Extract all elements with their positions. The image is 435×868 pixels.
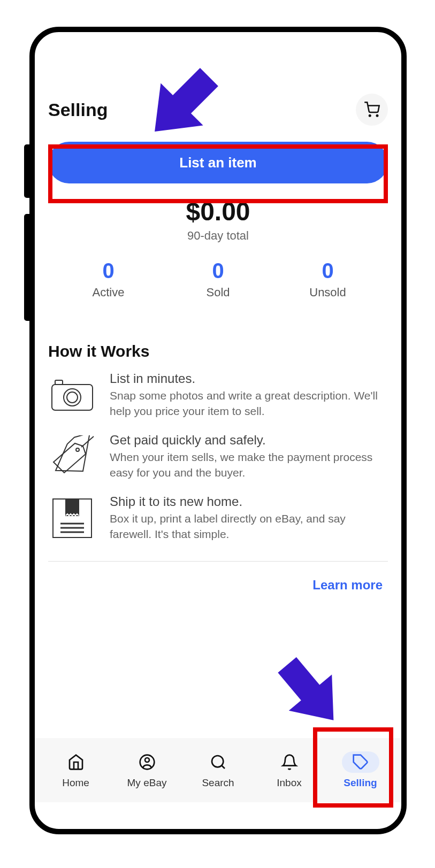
- stat-active[interactable]: 0 Active: [54, 259, 163, 299]
- divider: [48, 561, 388, 562]
- tag-icon: [352, 754, 369, 771]
- box-icon: [48, 494, 96, 542]
- svg-point-1: [369, 115, 371, 117]
- how-item: Ship it to its new home. Box it up, prin…: [48, 494, 388, 542]
- nav-my-ebay[interactable]: My eBay: [111, 751, 182, 789]
- how-item-heading: List in minutes.: [110, 371, 388, 386]
- phone-frame: Selling List an item $0.00 90-day total …: [29, 27, 407, 834]
- how-it-works-title: How it Works: [48, 342, 388, 360]
- header: Selling: [48, 45, 388, 142]
- summary-block: $0.00 90-day total: [48, 197, 388, 243]
- how-item-body: Box it up, print a label directly on eBa…: [110, 511, 388, 542]
- svg-marker-14: [270, 652, 350, 733]
- tag-icon: [48, 433, 96, 481]
- list-item-button-label: List an item: [179, 155, 256, 171]
- svg-point-9: [76, 448, 79, 451]
- nav-label: Home: [62, 777, 89, 789]
- how-item-body: Snap some photos and write a great descr…: [110, 388, 388, 419]
- bell-icon: [281, 754, 298, 771]
- svg-point-5: [64, 389, 81, 406]
- svg-point-17: [212, 756, 223, 767]
- stat-label: Active: [54, 286, 163, 299]
- svg-marker-7: [54, 443, 86, 473]
- phone-volume-button: [24, 214, 29, 321]
- stat-sold[interactable]: 0 Sold: [163, 259, 273, 299]
- camera-icon: [48, 371, 96, 419]
- nav-search[interactable]: Search: [182, 751, 254, 789]
- nav-label: Selling: [344, 777, 377, 789]
- summary-period: 90-day total: [48, 229, 388, 243]
- how-item-body: When your item sells, we make the paymen…: [110, 449, 388, 481]
- home-icon: [67, 754, 85, 771]
- how-item-heading: Get paid quickly and safely.: [110, 433, 388, 448]
- how-item: Get paid quickly and safely. When your i…: [48, 433, 388, 481]
- svg-line-18: [222, 765, 225, 769]
- nav-selling[interactable]: Selling: [325, 751, 396, 789]
- nav-label: Search: [202, 777, 234, 789]
- svg-rect-4: [55, 380, 63, 385]
- how-item-text: Ship it to its new home. Box it up, prin…: [110, 494, 388, 542]
- screen: Selling List an item $0.00 90-day total …: [35, 32, 401, 829]
- stat-label: Sold: [163, 286, 273, 299]
- page-title: Selling: [48, 99, 108, 120]
- search-icon: [210, 754, 227, 771]
- stat-count: 0: [54, 259, 163, 283]
- annotation-arrow-icon: [270, 652, 350, 733]
- user-circle-icon: [139, 754, 156, 771]
- cart-button[interactable]: [356, 94, 388, 126]
- bottom-nav: Home My eBay: [35, 738, 401, 802]
- svg-point-6: [67, 392, 78, 403]
- stat-count: 0: [273, 259, 383, 283]
- svg-point-16: [145, 758, 149, 762]
- how-item-heading: Ship it to its new home.: [110, 494, 388, 509]
- nav-inbox[interactable]: Inbox: [254, 751, 325, 789]
- nav-label: Inbox: [277, 777, 301, 789]
- svg-point-2: [377, 115, 378, 117]
- nav-label: My eBay: [127, 777, 167, 789]
- learn-more-link[interactable]: Learn more: [48, 578, 388, 593]
- stat-count: 0: [163, 259, 273, 283]
- phone-side-button: [24, 144, 29, 198]
- how-item-text: Get paid quickly and safely. When your i…: [110, 433, 388, 481]
- stat-unsold[interactable]: 0 Unsold: [273, 259, 383, 299]
- summary-amount: $0.00: [48, 197, 388, 226]
- how-item: List in minutes. Snap some photos and wr…: [48, 371, 388, 419]
- cart-icon: [364, 102, 380, 118]
- nav-home[interactable]: Home: [40, 751, 111, 789]
- how-item-text: List in minutes. Snap some photos and wr…: [110, 371, 388, 419]
- stats-row: 0 Active 0 Sold 0 Unsold: [48, 259, 388, 299]
- list-item-button[interactable]: List an item: [48, 142, 388, 183]
- stat-label: Unsold: [273, 286, 383, 299]
